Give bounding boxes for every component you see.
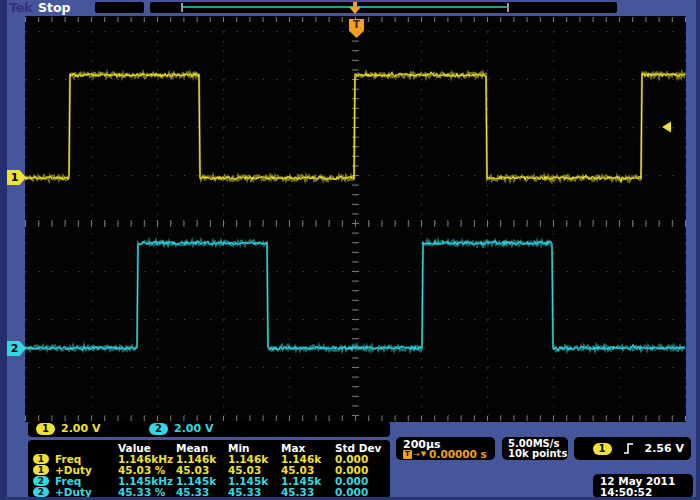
bezel-left: [0, 0, 7, 500]
acquisition-readout: 5.00MS/s 10k points: [502, 437, 568, 460]
channel-scale-bar: 1 2.00 V 2 2.00 V: [28, 421, 390, 437]
measurement-table: Value Mean Min Max Std Dev 1 Freq 1.146k…: [28, 440, 390, 498]
row-ch1-badge: 1: [33, 465, 49, 475]
trigger-level-arrow-icon: [662, 122, 671, 133]
trigger-level: 2.56 V: [645, 442, 684, 455]
acquisition-status: Stop: [38, 0, 71, 15]
window-bracket-left-icon: [181, 3, 183, 12]
record-line: [183, 6, 509, 8]
trigger-flag-letter: T: [349, 19, 364, 31]
trigger-source-badge: 1: [593, 443, 612, 455]
trigger-position-value: 0.00000 s: [429, 448, 487, 460]
datetime-readout: 12 May 2011 14:50:52: [593, 474, 693, 498]
graticule: T: [25, 16, 686, 422]
arrow-right-icon: →: [413, 450, 420, 459]
ch1-badge: 1: [36, 423, 55, 435]
record-view-bar: [150, 2, 617, 13]
record-info-box: [95, 2, 144, 13]
row-ch1-badge: 1: [33, 454, 49, 464]
trigger-t-icon: T: [403, 450, 412, 459]
row-ch2-badge: 2: [33, 487, 49, 497]
record-trigger-arrow-icon: [349, 1, 361, 15]
bezel-right: [696, 0, 700, 500]
top-status-bar: Tek Stop: [0, 0, 700, 16]
row-ch2-badge: 2: [33, 476, 49, 486]
down-triangle-icon: ▼: [421, 450, 426, 458]
rising-edge-icon: [623, 442, 634, 455]
ch1-scale: 2.00 V: [61, 422, 100, 435]
ch2-badge: 2: [149, 423, 168, 435]
ch2-scale: 2.00 V: [174, 422, 213, 435]
waveform-display: [25, 16, 686, 422]
window-bracket-right-icon: [507, 3, 509, 12]
trigger-position-readout: T → ▼ 0.00000 s: [403, 448, 487, 460]
horizontal-readout: 200µs T → ▼ 0.00000 s: [396, 437, 495, 460]
record-length: 10k points: [508, 448, 567, 459]
oscilloscope-screen: Tek Stop T 1 2 1 2.00 V 2 2.00 V Value M…: [0, 0, 700, 500]
trigger-readout: 1 2.56 V: [574, 437, 691, 460]
tek-logo: Tek: [9, 0, 32, 15]
